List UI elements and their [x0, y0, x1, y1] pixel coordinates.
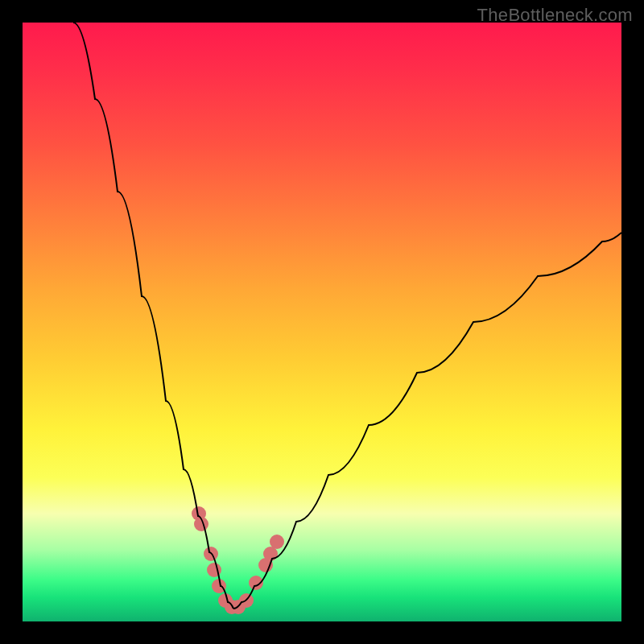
trough-dot: [270, 535, 284, 549]
plot-area: [23, 23, 621, 621]
chart-frame: TheBottleneck.com: [0, 0, 644, 644]
curve-right-branch: [233, 233, 621, 609]
curve-left-branch: [73, 23, 233, 609]
trough-dots-group: [192, 506, 284, 614]
curve-layer: [23, 23, 621, 621]
